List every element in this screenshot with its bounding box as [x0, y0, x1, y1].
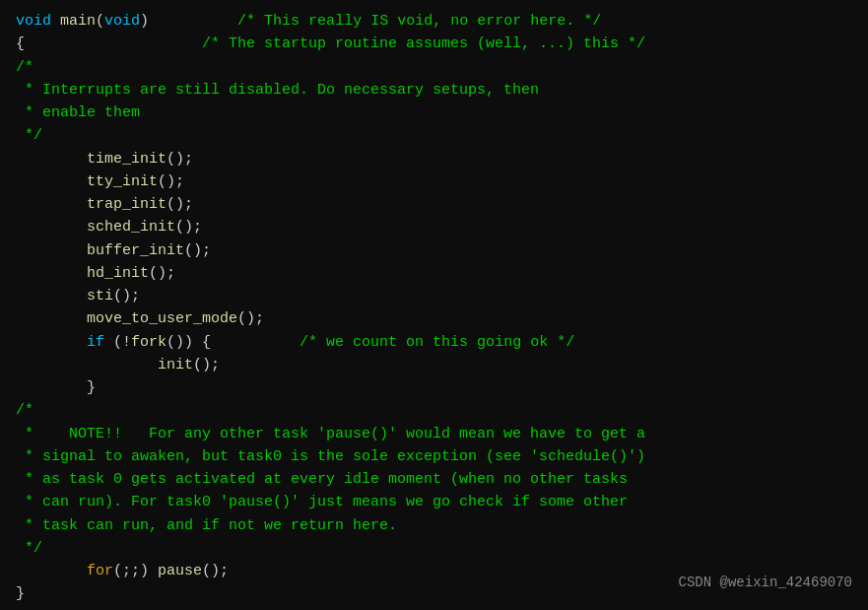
code-line-6: */	[16, 124, 852, 147]
code-line-13: sti();	[16, 285, 852, 307]
code-block: void main(void) /* This really IS void, …	[0, 0, 868, 610]
code-line-7: time_init();	[16, 148, 852, 170]
code-line-23: * task can run, and if not we return her…	[16, 514, 852, 537]
code-line-2: { /* The startup routine assumes (well, …	[16, 33, 852, 55]
code-line-10: sched_init();	[16, 216, 852, 238]
code-line-8: tty_init();	[16, 170, 852, 193]
code-line-9: trap_init();	[16, 193, 852, 216]
code-line-16: init();	[16, 354, 852, 376]
watermark-text: CSDN @weixin_42469070	[679, 573, 852, 594]
code-line-15: if (!fork()) { /* we count on this going…	[16, 331, 852, 354]
code-line-24: */	[16, 537, 852, 560]
code-line-11: buffer_init();	[16, 239, 852, 262]
code-line-12: hd_init();	[16, 262, 852, 285]
code-line-17: }	[16, 376, 852, 399]
code-line-14: move_to_user_mode();	[16, 307, 852, 330]
code-line-4: * Interrupts are still disabled. Do nece…	[16, 79, 852, 102]
code-line-22: * can run). For task0 'pause()' just mea…	[16, 491, 852, 513]
code-line-19: * NOTE!! For any other task 'pause()' wo…	[16, 423, 852, 445]
code-line-3: /*	[16, 56, 852, 79]
code-line-5: * enable them	[16, 102, 852, 124]
code-line-1: void main(void) /* This really IS void, …	[16, 10, 852, 33]
code-line-20: * signal to awaken, but task0 is the sol…	[16, 445, 852, 468]
code-line-21: * as task 0 gets activated at every idle…	[16, 468, 852, 491]
code-line-18: /*	[16, 399, 852, 422]
